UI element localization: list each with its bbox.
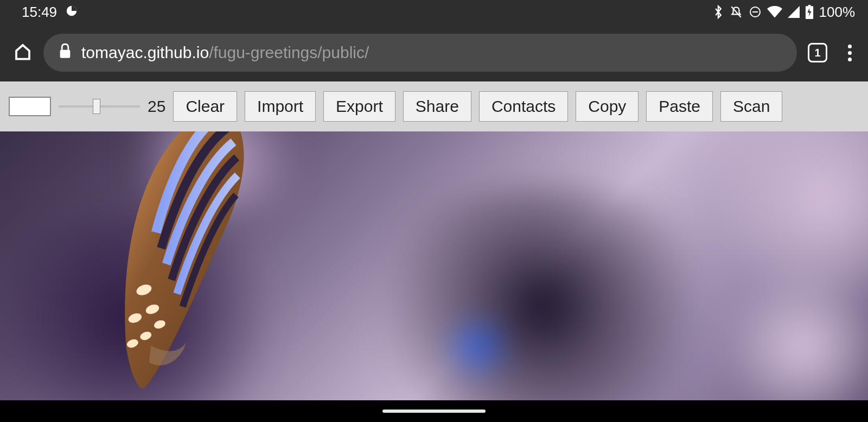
battery-percent: 100% bbox=[819, 4, 856, 21]
contacts-button[interactable]: Contacts bbox=[479, 91, 568, 122]
color-picker[interactable] bbox=[9, 97, 51, 116]
url-text: tomayac.github.io/fugu-greetings/public/ bbox=[81, 43, 369, 62]
export-button[interactable]: Export bbox=[323, 91, 395, 122]
wifi-icon bbox=[767, 6, 782, 18]
svg-rect-6 bbox=[60, 49, 71, 58]
url-path: /fugu-greetings/public/ bbox=[209, 43, 369, 61]
brush-size-slider[interactable] bbox=[59, 102, 140, 111]
url-host: tomayac.github.io bbox=[81, 43, 209, 61]
copy-button[interactable]: Copy bbox=[576, 91, 639, 122]
status-time: 15:49 bbox=[22, 4, 57, 21]
android-nav-bar bbox=[0, 400, 868, 422]
android-status-bar: 15:49 100% bbox=[0, 0, 868, 24]
clear-button[interactable]: Clear bbox=[173, 91, 237, 122]
import-button[interactable]: Import bbox=[245, 91, 316, 122]
bluetooth-icon bbox=[713, 5, 724, 19]
drawing-canvas[interactable] bbox=[0, 131, 868, 400]
battery-icon bbox=[805, 5, 814, 19]
scan-button[interactable]: Scan bbox=[720, 91, 782, 122]
tab-count: 1 bbox=[814, 47, 820, 59]
share-button[interactable]: Share bbox=[403, 91, 471, 122]
dnd-icon bbox=[749, 5, 762, 18]
lock-icon bbox=[59, 43, 72, 62]
menu-icon[interactable] bbox=[848, 45, 852, 61]
home-icon[interactable] bbox=[13, 42, 33, 64]
address-bar[interactable]: tomayac.github.io/fugu-greetings/public/ bbox=[43, 34, 797, 72]
brush-size-value: 25 bbox=[148, 97, 165, 116]
svg-rect-5 bbox=[808, 5, 810, 6]
paste-button[interactable]: Paste bbox=[646, 91, 713, 122]
home-indicator[interactable] bbox=[382, 410, 486, 413]
app-toolbar: 25 Clear Import Export Share Contacts Co… bbox=[0, 81, 868, 131]
browser-toolbar: tomayac.github.io/fugu-greetings/public/… bbox=[0, 24, 868, 81]
cell-signal-icon bbox=[788, 6, 800, 18]
tab-switcher[interactable]: 1 bbox=[808, 43, 827, 62]
data-saver-icon bbox=[66, 4, 78, 21]
mute-icon bbox=[729, 5, 743, 19]
